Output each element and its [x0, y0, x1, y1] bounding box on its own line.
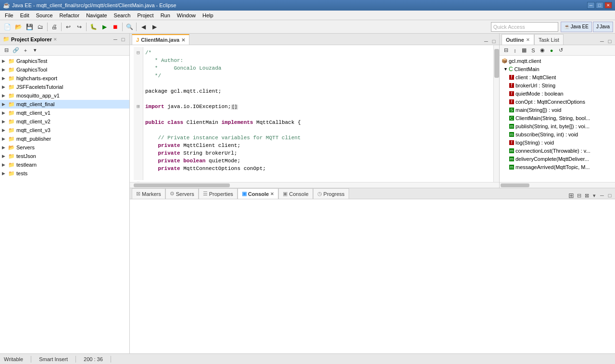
open-button[interactable]: 📂 — [13, 22, 24, 32]
outline-filter-nonpub-button[interactable]: ◉ — [538, 46, 547, 55]
outline-package[interactable]: 📦 gcl.mqtt.client — [500, 57, 615, 65]
view-menu-button[interactable]: ▾ — [31, 46, 39, 55]
menu-edit[interactable]: Edit — [17, 12, 32, 19]
collapse-all-button[interactable]: ⊟ — [2, 46, 11, 55]
editor-tab-clientmain[interactable]: J ClientMain.java ✕ — [132, 34, 189, 45]
prev-button[interactable]: ◀ — [138, 22, 149, 32]
tree-item-servers[interactable]: ▶ 📂 Servers — [0, 143, 129, 152]
outline-item-subscribe[interactable]: m subscribe(String, int) : void — [500, 130, 615, 138]
task-list-tab[interactable]: Task List — [534, 34, 564, 45]
outline-item-constructor[interactable]: C ClientMain(String, String, bool... — [500, 114, 615, 122]
bottom-tab-markers[interactable]: ⊠ Markers — [132, 188, 165, 199]
tree-item-testlearn[interactable]: ▶ 📁 testlearn — [0, 160, 129, 169]
tree-item-mqtt-v1[interactable]: ▶ 📁 mqtt_client_v1 — [0, 109, 129, 117]
console-close-icon[interactable]: ✕ — [270, 192, 274, 196]
tree-item-graphics-test[interactable]: ▶ 📁 GraphicsTest — [0, 57, 129, 65]
outline-collapse-button[interactable]: ⊟ — [502, 46, 510, 55]
minimize-button[interactable]: ─ — [587, 2, 595, 9]
quick-access-box[interactable]: Quick Access — [491, 22, 558, 32]
bottom-tab-progress[interactable]: ◷ Progress — [313, 188, 349, 199]
outline-filter-static-button[interactable]: S — [529, 46, 538, 55]
maximize-panel-button[interactable]: □ — [120, 36, 126, 43]
outline-item-client[interactable]: f client : MqttClient — [500, 73, 615, 81]
tree-item-jsfacelets[interactable]: ▶ 📁 JSFFaceletsTutorial — [0, 83, 129, 91]
tree-item-mqtt-final[interactable]: ▶ 📁 mqtt_client_final — [0, 100, 129, 109]
run-button[interactable]: ▶ — [99, 22, 110, 32]
maximize-button[interactable]: □ — [596, 2, 603, 9]
print-button[interactable]: 🖨 — [49, 22, 60, 32]
outline-item-publish[interactable]: m publish(String, int, byte[]) : voi... — [500, 122, 615, 130]
tree-item-mqtt-publisher[interactable]: ▶ 📁 mqtt_publisher — [0, 134, 129, 143]
outline-item-quietmode[interactable]: f quietMode : boolean — [500, 89, 615, 97]
outline-item-log[interactable]: f log(String) : void — [500, 138, 615, 146]
outline-item-broker-url[interactable]: f brokerUrl : String — [500, 81, 615, 89]
outline-green-button[interactable]: ● — [547, 46, 556, 55]
outline-minimize-button[interactable]: ─ — [599, 38, 605, 45]
fold-8[interactable]: ⊞ — [135, 103, 142, 110]
undo-button[interactable]: ↩ — [63, 22, 74, 32]
outline-item-delivery[interactable]: m deliveryComplete(MqttDeliver... — [500, 155, 615, 163]
tree-item-highcharts[interactable]: ▶ 📁 highcharts-export — [0, 74, 129, 83]
bottom-dropdown-button[interactable]: ▾ — [591, 192, 598, 199]
new-button[interactable]: 📄 — [2, 22, 13, 32]
stop-button[interactable]: ⏹ — [110, 22, 121, 32]
outline-tab[interactable]: Outline ✕ — [502, 34, 534, 45]
outline-item-connlost[interactable]: m connectionLost(Throwable) : v... — [500, 146, 615, 155]
bottom-maximize-button[interactable]: □ — [606, 192, 613, 199]
java-ee-perspective[interactable]: ☕ Java EE — [561, 22, 592, 32]
bottom-new-button[interactable]: ⊞ — [568, 192, 575, 199]
new-java-button[interactable]: + — [21, 46, 30, 55]
expand-class-icon[interactable]: ▼ — [503, 67, 508, 72]
tree-item-tests[interactable]: ▶ 📁 tests — [0, 169, 129, 178]
tree-item-graphics-tool[interactable]: ▶ 📁 GraphicsTool — [0, 65, 129, 74]
code-content[interactable]: /* * Author: * Goncalo Louzada */ packag… — [143, 47, 489, 180]
menu-source[interactable]: Source — [33, 12, 56, 19]
menu-project[interactable]: Project — [134, 12, 156, 19]
outline-item-message[interactable]: m messageArrived(MqttTopic, M... — [500, 163, 615, 171]
search-button[interactable]: 🔍 — [124, 22, 135, 32]
bottom-minimize-button[interactable]: ─ — [599, 192, 605, 199]
fold-1[interactable]: ⊟ — [135, 49, 142, 57]
outline-maximize-button[interactable]: □ — [606, 38, 613, 45]
tree-item-mqtt-v3[interactable]: ▶ 📁 mqtt_client_v3 — [0, 126, 129, 134]
code-area[interactable]: ⊟ ⊞ — [130, 45, 493, 182]
menu-search[interactable]: Search — [111, 12, 134, 19]
outline-item-main[interactable]: S main(String[]) : void — [500, 106, 615, 114]
menu-window[interactable]: Window — [174, 12, 199, 19]
menu-refactor[interactable]: Refactor — [57, 12, 83, 19]
minimize-panel-button[interactable]: ─ — [112, 36, 119, 43]
java-perspective[interactable]: J Java — [593, 22, 613, 32]
link-editor-button[interactable]: 🔗 — [12, 46, 20, 55]
close-button[interactable]: ✕ — [604, 2, 612, 9]
outline-sort-button[interactable]: ↕ — [511, 46, 519, 55]
menu-file[interactable]: File — [2, 12, 16, 19]
bottom-layout-button[interactable]: ⊠ — [583, 192, 590, 199]
editor-minimize-button[interactable]: ─ — [483, 38, 489, 45]
save-button[interactable]: 💾 — [24, 22, 35, 32]
outline-hscrollbar[interactable] — [500, 182, 615, 188]
menu-navigate[interactable]: Navigate — [83, 12, 110, 19]
editor-maximize-button[interactable]: □ — [490, 38, 497, 45]
tree-item-mqtt-v2[interactable]: ▶ 📁 mqtt_client_v2 — [0, 117, 129, 126]
outline-item-conopt[interactable]: f conOpt : MqttConnectOptions — [500, 97, 615, 106]
bottom-tab-properties[interactable]: ☰ Properties — [199, 188, 238, 199]
outline-filter-fields-button[interactable]: ▦ — [520, 46, 528, 55]
bottom-view-menu-button[interactable]: ⊟ — [576, 192, 582, 199]
editor-hscrollbar[interactable] — [130, 182, 499, 188]
save-all-button[interactable]: 🗂 — [35, 22, 46, 32]
fold-18[interactable]: ⊟ — [135, 180, 142, 182]
redo-button[interactable]: ↪ — [74, 22, 85, 32]
menu-help[interactable]: Help — [200, 12, 216, 19]
outline-class[interactable]: ▼ C ClientMain — [500, 65, 615, 73]
bottom-tab-console[interactable]: ▣ Console ✕ — [238, 188, 278, 199]
bottom-tab-console2[interactable]: ▣ Console — [278, 188, 313, 199]
bottom-tab-servers[interactable]: ⚙ Servers — [165, 188, 199, 199]
tab-close-button[interactable]: ✕ — [181, 37, 185, 43]
menu-run[interactable]: Run — [158, 12, 173, 19]
tree-item-mosquitto[interactable]: ▶ 📁 mosquitto_app_v1 — [0, 91, 129, 100]
editor-scrollbar[interactable] — [493, 45, 499, 182]
debug-button[interactable]: 🐛 — [88, 22, 99, 32]
next-button[interactable]: ▶ — [149, 22, 160, 32]
tree-item-testjson[interactable]: ▶ 📁 testJson — [0, 152, 129, 160]
outline-sync-button[interactable]: ↺ — [556, 46, 565, 55]
